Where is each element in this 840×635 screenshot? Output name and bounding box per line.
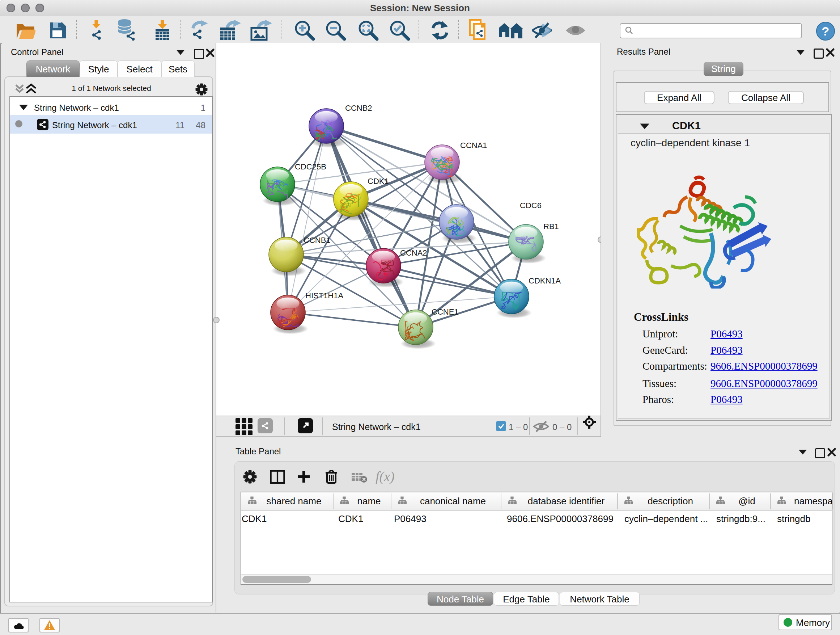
svg-text:CDC6: CDC6 bbox=[520, 201, 542, 210]
svg-text:RB1: RB1 bbox=[543, 222, 559, 231]
svg-text:CCNA2: CCNA2 bbox=[400, 249, 427, 257]
svg-text:CDC25B: CDC25B bbox=[295, 162, 326, 171]
svg-text:CCNB1: CCNB1 bbox=[303, 236, 331, 245]
svg-text:CCNE1: CCNE1 bbox=[431, 307, 459, 317]
svg-text:HIST1H1A: HIST1H1A bbox=[305, 291, 343, 300]
svg-text:CCNA1: CCNA1 bbox=[460, 141, 487, 150]
svg-text:CDK1: CDK1 bbox=[368, 177, 389, 186]
svg-text:CDKN1A: CDKN1A bbox=[529, 276, 561, 285]
svg-text:CCNB2: CCNB2 bbox=[345, 103, 372, 112]
